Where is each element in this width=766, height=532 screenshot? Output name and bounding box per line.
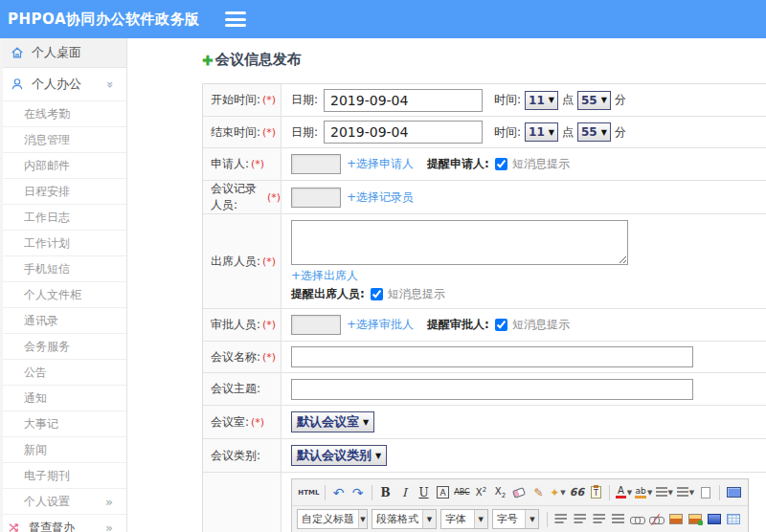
- format-painter-button[interactable]: ✎: [529, 482, 548, 503]
- fullscreen-button[interactable]: [724, 482, 743, 503]
- date-label: 日期:: [291, 92, 318, 108]
- required-mark: (*): [251, 158, 264, 170]
- paragraph-format-select[interactable]: 段落格式▼: [372, 509, 437, 529]
- font-family-select[interactable]: 字体▼: [440, 509, 488, 529]
- sidebar-item-events[interactable]: 大事记: [3, 411, 126, 437]
- sidebar-item-announcement[interactable]: 公告: [3, 360, 126, 386]
- insert-image-button[interactable]: [666, 509, 686, 530]
- bold-button[interactable]: B: [375, 482, 394, 503]
- chevron-double-down-icon: »: [104, 80, 119, 88]
- required-mark: (*): [262, 126, 276, 139]
- align-right-button[interactable]: [590, 509, 609, 530]
- unordered-list-button[interactable]: ▼: [675, 482, 696, 503]
- field-label: 开始时间:: [211, 92, 260, 108]
- remove-link-button[interactable]: [647, 509, 666, 530]
- sms-remind-checkbox[interactable]: [495, 319, 507, 331]
- start-minute-select[interactable]: 55▼: [577, 91, 611, 110]
- image-add-icon: [688, 514, 702, 524]
- select-attendees-link[interactable]: +选择出席人: [291, 268, 358, 284]
- start-date-input[interactable]: [324, 89, 483, 112]
- align-left-button[interactable]: [552, 509, 571, 530]
- end-hour-select[interactable]: 11▼: [525, 122, 558, 142]
- sidebar-item-news[interactable]: 新闻: [3, 437, 126, 463]
- sidebar-item-settings[interactable]: 个人设置 »: [3, 489, 126, 515]
- justify-button[interactable]: [609, 509, 628, 530]
- hamburger-menu-icon[interactable]: [225, 11, 246, 27]
- page-title: ✚ 会议信息发布: [202, 51, 766, 69]
- sidebar-item-work-log[interactable]: 工作日志: [3, 205, 126, 231]
- select-approver-link[interactable]: +选择审批人: [347, 317, 414, 333]
- ordered-list-button[interactable]: ▼: [654, 482, 675, 503]
- meeting-category-select[interactable]: 默认会议类别▼: [291, 445, 387, 466]
- justify-icon: [612, 514, 624, 524]
- unordered-list-icon: [677, 487, 688, 498]
- select-recorder-link[interactable]: +选择记录员: [347, 189, 414, 206]
- align-center-button[interactable]: [571, 509, 590, 530]
- supervise-icon: [7, 520, 22, 532]
- strikethrough-button[interactable]: ABC: [452, 482, 471, 503]
- home-icon: [10, 45, 25, 60]
- field-label: 会议室:: [211, 414, 249, 431]
- sidebar-item-desktop[interactable]: 个人桌面: [3, 38, 126, 68]
- end-minute-select[interactable]: 55▼: [577, 122, 611, 142]
- undo-button[interactable]: ↶: [329, 482, 349, 503]
- sidebar-item-sms[interactable]: 手机短信: [3, 256, 126, 282]
- sidebar-item-file-cabinet[interactable]: 个人文件柜: [3, 282, 126, 308]
- sidebar-item-internal-mail[interactable]: 内部邮件: [3, 153, 126, 179]
- sms-remind-checkbox[interactable]: [495, 158, 507, 170]
- attendees-textarea[interactable]: [291, 220, 628, 265]
- sidebar-item-supervise[interactable]: 督查督办 »: [3, 515, 126, 532]
- underline-button[interactable]: U: [414, 482, 433, 503]
- sidebar-item-attendance[interactable]: 在线考勤: [3, 101, 126, 127]
- caret-down-icon: ▼: [375, 452, 381, 460]
- eraser-icon: [512, 487, 526, 499]
- font-style-button[interactable]: A: [433, 482, 452, 503]
- redo-button[interactable]: ↷: [349, 482, 368, 503]
- form-row-meeting-category: 会议类别: 默认会议类别▼: [203, 439, 766, 473]
- sidebar-item-messages[interactable]: 消息管理: [3, 127, 126, 153]
- highlight-color-button[interactable]: ab▼: [634, 482, 654, 503]
- sidebar-item-ejournal[interactable]: 电子期刊: [3, 463, 126, 489]
- new-document-button[interactable]: [696, 482, 715, 503]
- form-row-content-editor: HTML ↶ ↷ B I U A ABC X2 X2: [203, 473, 766, 532]
- start-hour-select[interactable]: 11▼: [525, 91, 558, 110]
- applicant-input[interactable]: [291, 154, 341, 174]
- remind-applicant-label: 提醒申请人:: [427, 156, 489, 172]
- approver-input[interactable]: [291, 315, 341, 335]
- insert-table-button[interactable]: [724, 509, 743, 530]
- required-mark: (*): [262, 351, 276, 364]
- sidebar-item-office[interactable]: 个人办公 »: [3, 68, 126, 101]
- sidebar-item-work-plan[interactable]: 工作计划: [3, 231, 126, 256]
- main-content: ✚ 会议信息发布 开始时间:(*) 日期: 时间: 11▼ 点 55▼ 分 结束…: [127, 38, 766, 532]
- upload-image-button[interactable]: [686, 509, 705, 530]
- paste-text-button[interactable]: T: [586, 482, 605, 503]
- meeting-name-input[interactable]: [291, 346, 693, 367]
- end-date-input[interactable]: [324, 121, 483, 144]
- remove-format-button[interactable]: [509, 482, 529, 503]
- time-label: 时间:: [494, 92, 521, 108]
- heading-select[interactable]: 自定义标题▼: [297, 509, 368, 529]
- app-title: PHPOA协同办公软件政务版: [0, 11, 200, 29]
- sidebar-item-meeting-service[interactable]: 会务服务: [3, 334, 126, 360]
- subscript-button[interactable]: X2: [490, 482, 509, 503]
- html-source-button[interactable]: HTML: [297, 482, 321, 503]
- recorder-input[interactable]: [291, 188, 341, 208]
- sidebar-item-schedule[interactable]: 日程安排: [3, 179, 126, 205]
- sidebar-item-notice[interactable]: 通知: [3, 386, 126, 411]
- superscript-button[interactable]: X2: [471, 482, 490, 503]
- link-icon: [630, 515, 645, 524]
- font-color-button[interactable]: A▼: [614, 482, 633, 503]
- sms-hint-label: 短消息提示: [512, 156, 570, 172]
- insert-media-button[interactable]: [705, 509, 724, 530]
- meeting-room-select[interactable]: 默认会议室▼: [291, 411, 374, 432]
- blockquote-button[interactable]: 66: [567, 482, 586, 503]
- font-size-select[interactable]: 字号▼: [492, 509, 540, 529]
- quick-format-button[interactable]: ✦▼: [548, 482, 567, 503]
- meeting-form: 开始时间:(*) 日期: 时间: 11▼ 点 55▼ 分 结束时间:(*) 日期…: [202, 83, 766, 532]
- insert-link-button[interactable]: [628, 509, 647, 530]
- italic-button[interactable]: I: [394, 482, 414, 503]
- sidebar-item-contacts[interactable]: 通讯录: [3, 308, 126, 334]
- meeting-subject-input[interactable]: [291, 379, 693, 400]
- select-applicant-link[interactable]: +选择申请人: [347, 156, 414, 172]
- sms-remind-checkbox[interactable]: [371, 288, 383, 300]
